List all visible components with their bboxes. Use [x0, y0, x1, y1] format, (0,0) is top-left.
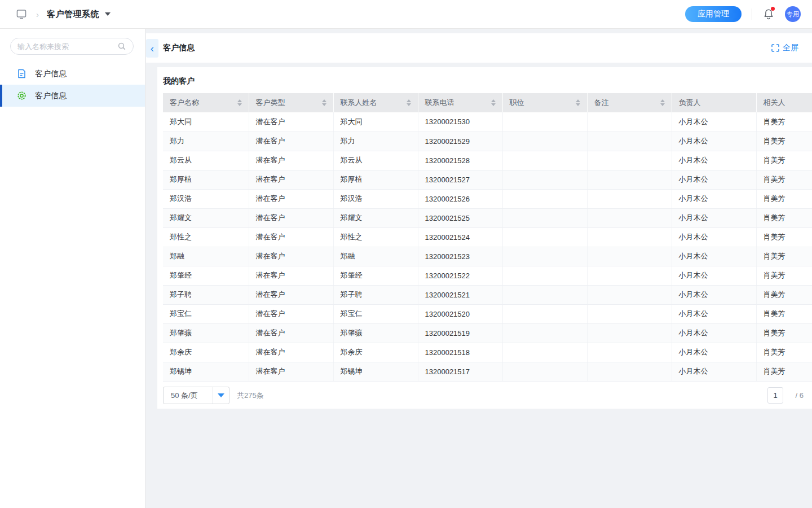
table-row[interactable]: 郑余庆潜在客户郑余庆13200021518小月木公肖美芳 [163, 343, 812, 362]
table-cell: 肖美芳 [756, 170, 812, 189]
sidebar-item-customer-info-1[interactable]: 客户信息 [0, 63, 145, 85]
column-label: 联系人姓名 [341, 98, 377, 107]
table-cell: 小月木公 [672, 285, 756, 304]
column-label: 备注 [594, 98, 609, 107]
table-cell: 13200021521 [418, 285, 502, 304]
table-cell: 郑耀文 [333, 208, 418, 227]
notification-bell-icon[interactable] [762, 8, 775, 20]
table-cell: 郑肇骧 [333, 323, 418, 343]
pagination-bar: 50 条/页 共275条 / 6 [163, 387, 812, 405]
table-cell: 郑性之 [333, 227, 418, 247]
table-cell: 郑厚植 [163, 170, 249, 189]
table-cell: 郑锡坤 [163, 362, 249, 381]
sort-icon[interactable] [322, 99, 326, 106]
table-cell: 郑肇经 [163, 266, 249, 285]
column-header[interactable]: 联系电话 [418, 93, 502, 112]
table-cell: 潜在客户 [249, 208, 333, 227]
chevron-down-icon [218, 393, 224, 397]
table-cell: 小月木公 [672, 170, 756, 189]
table-cell: 郑子聘 [163, 285, 249, 304]
table-cell: 小月木公 [672, 132, 756, 151]
gear-badge-icon [17, 91, 27, 100]
column-header[interactable]: 客户类型 [249, 93, 333, 112]
back-button[interactable]: ‹ [146, 39, 158, 58]
table-cell: 肖美芳 [756, 323, 812, 343]
table-cell: 潜在客户 [249, 227, 333, 247]
customer-table: 客户名称客户类型联系人姓名联系电话职位备注负责人相关人 郑大同潜在客户郑大同13… [163, 93, 812, 382]
card-title: 我的客户 [163, 73, 806, 93]
sort-icon[interactable] [491, 99, 496, 106]
sidebar-item-label: 客户信息 [35, 69, 67, 79]
table-row[interactable]: 郑云从潜在客户郑云从13200021528小月木公肖美芳 [163, 151, 812, 170]
app-manage-button[interactable]: 应用管理 [685, 6, 742, 22]
table-row[interactable]: 郑力潜在客户郑力13200021529小月木公肖美芳 [163, 132, 812, 151]
column-header[interactable]: 备注 [587, 93, 672, 112]
column-label: 客户名称 [170, 98, 199, 107]
app-title[interactable]: 客户管理系统 [47, 9, 99, 20]
table-cell [587, 151, 672, 170]
table-cell: 13200021517 [418, 362, 502, 381]
table-row[interactable]: 郑性之潜在客户郑性之13200021524小月木公肖美芳 [163, 227, 812, 247]
table-cell: 小月木公 [672, 323, 756, 343]
sort-icon[interactable] [660, 99, 665, 106]
table-cell: 潜在客户 [249, 266, 333, 285]
sort-icon[interactable] [237, 99, 242, 106]
sort-icon[interactable] [576, 99, 580, 106]
table-cell [587, 170, 672, 189]
table-cell: 郑耀文 [163, 208, 249, 227]
table-cell: 肖美芳 [756, 227, 812, 247]
table-row[interactable]: 郑耀文潜在客户郑耀文13200021525小月木公肖美芳 [163, 208, 812, 227]
table-cell: 郑融 [163, 247, 249, 266]
column-header[interactable]: 联系人姓名 [333, 93, 418, 112]
table-cell [502, 266, 587, 285]
table-cell: 13200021520 [418, 304, 502, 323]
fullscreen-icon [771, 44, 779, 52]
table-cell: 郑肇骧 [163, 323, 249, 343]
search-input[interactable] [17, 42, 117, 51]
total-count-label: 共275条 [237, 391, 264, 401]
search-icon[interactable] [117, 42, 126, 51]
table-row[interactable]: 郑肇经潜在客户郑肇经13200021522小月木公肖美芳 [163, 266, 812, 285]
column-header[interactable]: 职位 [502, 93, 587, 112]
sort-icon[interactable] [407, 99, 411, 106]
table-cell: 13200021524 [418, 227, 502, 247]
user-avatar[interactable]: 专用 [785, 6, 801, 22]
table-row[interactable]: 郑肇骧潜在客户郑肇骧13200021519小月木公肖美芳 [163, 323, 812, 343]
window-monitor-icon[interactable] [16, 8, 27, 20]
table-row[interactable]: 郑大同潜在客户郑大同13200021530小月木公肖美芳 [163, 112, 812, 132]
table-cell [587, 132, 672, 151]
table-cell: 潜在客户 [249, 189, 333, 208]
sidebar: 客户信息 客户信息 [0, 29, 145, 508]
table-cell [502, 189, 587, 208]
table-row[interactable]: 郑汉浩潜在客户郑汉浩13200021526小月木公肖美芳 [163, 189, 812, 208]
page-size-select[interactable]: 50 条/页 [163, 387, 230, 404]
table-row[interactable]: 郑锡坤潜在客户郑锡坤13200021517小月木公肖美芳 [163, 362, 812, 381]
table-row[interactable]: 郑厚植潜在客户郑厚植13200021527小月木公肖美芳 [163, 170, 812, 189]
column-label: 负责人 [679, 98, 701, 107]
table-row[interactable]: 郑宝仁潜在客户郑宝仁13200021520小月木公肖美芳 [163, 304, 812, 323]
topbar-divider [752, 8, 752, 20]
table-cell: 潜在客户 [249, 170, 333, 189]
table-cell: 小月木公 [672, 227, 756, 247]
table-cell: 肖美芳 [756, 189, 812, 208]
table-cell [587, 285, 672, 304]
table-cell: 郑性之 [163, 227, 249, 247]
table-cell: 小月木公 [672, 304, 756, 323]
table-cell: 小月木公 [672, 266, 756, 285]
sidebar-item-customer-info-2[interactable]: 客户信息 [0, 85, 145, 107]
table-cell [502, 227, 587, 247]
column-label: 相关人 [764, 98, 785, 107]
chevron-down-icon[interactable] [105, 12, 111, 16]
table-cell [587, 266, 672, 285]
table-row[interactable]: 郑子聘潜在客户郑子聘13200021521小月木公肖美芳 [163, 285, 812, 304]
table-cell: 小月木公 [672, 247, 756, 266]
column-header[interactable]: 客户名称 [163, 93, 249, 112]
table-cell: 13200021529 [418, 132, 502, 151]
table-cell: 郑子聘 [333, 285, 418, 304]
current-page-input[interactable] [767, 387, 783, 404]
fullscreen-button[interactable]: 全屏 [771, 43, 798, 53]
table-cell: 小月木公 [672, 208, 756, 227]
table-cell: 郑余庆 [163, 343, 249, 362]
notification-badge [771, 7, 775, 11]
table-row[interactable]: 郑融潜在客户郑融13200021523小月木公肖美芳 [163, 247, 812, 266]
